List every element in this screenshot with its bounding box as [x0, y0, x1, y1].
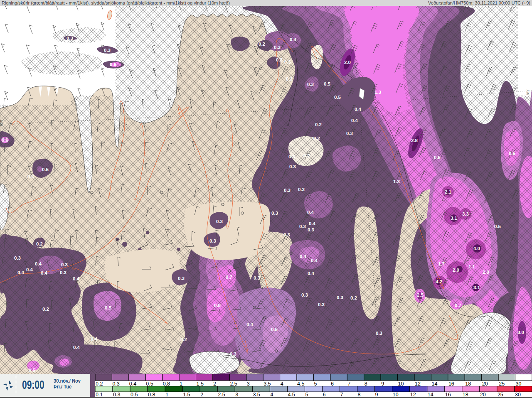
svg-text:0.2: 0.2: [313, 136, 320, 141]
svg-text:1: 1: [165, 392, 168, 397]
svg-text:0.4: 0.4: [246, 322, 254, 327]
svg-text:0.2: 0.2: [315, 122, 322, 127]
svg-text:9: 9: [381, 381, 384, 387]
svg-text:0.4: 0.4: [41, 270, 48, 275]
svg-text:25: 25: [499, 381, 505, 387]
svg-text:0.8: 0.8: [148, 392, 155, 397]
svg-text:66N: 66N: [526, 89, 530, 95]
svg-text:12: 12: [415, 381, 421, 387]
svg-text:0.3: 0.3: [113, 392, 120, 397]
svg-text:0.5: 0.5: [494, 224, 501, 229]
svg-text:30: 30: [516, 381, 522, 387]
svg-text:0.3: 0.3: [299, 224, 306, 229]
svg-text:3: 3: [247, 381, 250, 387]
svg-text:2.0: 2.0: [453, 268, 459, 273]
svg-text:2.8: 2.8: [411, 138, 418, 143]
svg-text:0.6: 0.6: [509, 151, 515, 156]
svg-text:0.3: 0.3: [178, 276, 185, 281]
svg-text:16: 16: [448, 381, 454, 387]
svg-text:5: 5: [314, 381, 317, 387]
svg-text:18: 18: [463, 392, 468, 397]
svg-text:0.3: 0.3: [318, 302, 325, 307]
svg-text:2.0: 2.0: [344, 60, 351, 65]
svg-text:0.3: 0.3: [284, 188, 291, 193]
svg-text:0.3: 0.3: [60, 270, 66, 275]
svg-text:8: 8: [365, 381, 367, 387]
svg-text:0.3: 0.3: [301, 292, 308, 297]
svg-text:0.4: 0.4: [73, 345, 80, 350]
svg-text:0.3: 0.3: [216, 219, 223, 224]
svg-text:14: 14: [428, 392, 433, 397]
svg-text:4.5: 4.5: [288, 392, 295, 397]
svg-text:0.3: 0.3: [61, 262, 68, 267]
svg-text:0.6: 0.6: [110, 62, 116, 67]
svg-text:0.3: 0.3: [307, 82, 314, 87]
svg-text:16: 16: [445, 392, 451, 397]
svg-text:2.0: 2.0: [483, 270, 489, 275]
svg-text:0.5: 0.5: [271, 327, 278, 332]
svg-text:0.5: 0.5: [105, 305, 112, 310]
svg-text:7: 7: [347, 381, 350, 387]
svg-text:3.1: 3.1: [451, 216, 458, 221]
svg-text:0.2: 0.2: [303, 153, 310, 158]
svg-text:0.3: 0.3: [27, 174, 34, 179]
svg-text:0.2: 0.2: [36, 241, 43, 246]
svg-text:0.7: 0.7: [226, 275, 232, 280]
svg-text:0.8: 0.8: [214, 303, 221, 308]
svg-text:30: 30: [515, 392, 521, 397]
svg-text:0.2: 0.2: [96, 381, 103, 387]
svg-text:0.3: 0.3: [346, 131, 353, 136]
svg-text:0.4: 0.4: [309, 221, 316, 226]
svg-text:0.4: 0.4: [300, 254, 307, 259]
svg-text:4: 4: [281, 381, 283, 387]
svg-text:10: 10: [393, 392, 399, 397]
svg-text:0.3: 0.3: [271, 211, 278, 216]
svg-text:0.5: 0.5: [334, 95, 341, 100]
svg-text:5: 5: [305, 392, 308, 397]
svg-text:0.5: 0.5: [42, 167, 49, 172]
svg-text:0.4: 0.4: [91, 337, 98, 341]
svg-text:6: 6: [323, 392, 326, 397]
svg-text:0.3: 0.3: [112, 381, 119, 387]
svg-text:0.3: 0.3: [288, 154, 295, 159]
svg-text:2.5: 2.5: [417, 292, 424, 297]
svg-text:3: 3: [235, 392, 238, 397]
svg-text:2.1: 2.1: [445, 189, 452, 194]
svg-text:0.4: 0.4: [355, 107, 362, 112]
svg-text:0.3: 0.3: [209, 238, 216, 243]
svg-text:0.7: 0.7: [455, 303, 461, 308]
svg-text:2.5: 2.5: [218, 392, 225, 397]
svg-text:0.5: 0.5: [146, 381, 153, 387]
svg-text:0.3: 0.3: [230, 351, 236, 356]
svg-text:4: 4: [270, 392, 273, 397]
svg-text:3.0: 3.0: [517, 330, 524, 335]
svg-text:0.3: 0.3: [298, 187, 305, 192]
svg-text:0.3: 0.3: [289, 164, 296, 169]
svg-text:3.1: 3.1: [473, 285, 480, 290]
svg-text:9: 9: [375, 392, 378, 397]
svg-text:0.4: 0.4: [35, 261, 42, 266]
svg-text:0.3: 0.3: [66, 36, 73, 41]
svg-text:0.4: 0.4: [26, 267, 33, 272]
svg-text:0.3: 0.3: [284, 59, 291, 64]
svg-text:2: 2: [213, 381, 216, 387]
svg-text:0.3: 0.3: [286, 76, 293, 81]
svg-text:2.5: 2.5: [230, 381, 237, 387]
svg-text:0.2: 0.2: [259, 42, 265, 47]
svg-text:1.3: 1.3: [374, 90, 381, 95]
svg-text:0.3: 0.3: [276, 57, 283, 62]
svg-text:3.3: 3.3: [462, 211, 469, 216]
svg-text:20: 20: [480, 392, 486, 397]
svg-text:0.4: 0.4: [307, 210, 314, 215]
svg-text:18: 18: [465, 381, 471, 387]
svg-text:0.4: 0.4: [17, 270, 25, 275]
svg-text:1.1: 1.1: [468, 264, 475, 269]
svg-text:0.4: 0.4: [290, 37, 297, 42]
svg-text:3.5: 3.5: [264, 381, 271, 387]
svg-text:3.5: 3.5: [253, 392, 260, 397]
svg-text:6: 6: [331, 381, 334, 387]
svg-text:0.1: 0.1: [96, 392, 103, 397]
svg-text:1.5: 1.5: [183, 392, 190, 397]
svg-text:8: 8: [358, 392, 361, 397]
svg-text:4.2: 4.2: [436, 279, 442, 284]
